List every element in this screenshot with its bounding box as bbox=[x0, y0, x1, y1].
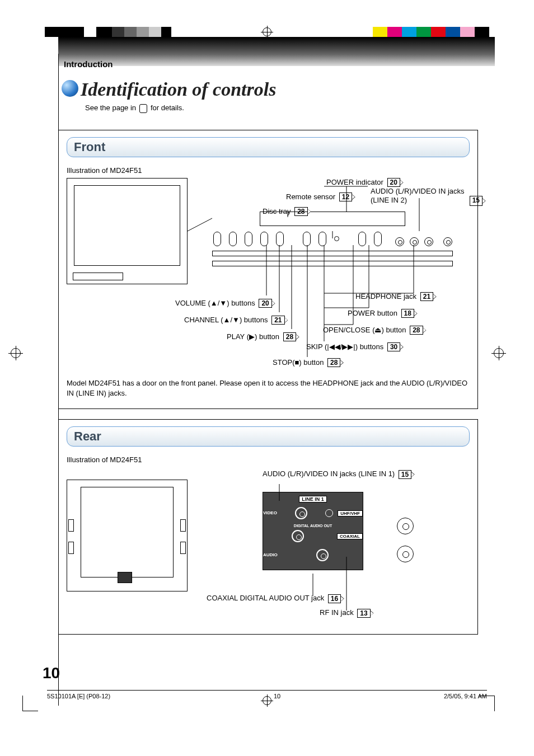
label-line-in: LINE IN 1 bbox=[299, 496, 327, 503]
footer-left: 5S10101A [E] (P08-12) bbox=[47, 693, 110, 701]
callout-rear-audio-in: AUDIO (L/R)/VIDEO IN jacks (LINE IN 1) 1… bbox=[263, 469, 411, 479]
title-bullet-icon bbox=[62, 80, 78, 97]
svg-line-0 bbox=[188, 218, 212, 231]
registration-mark-top bbox=[261, 26, 273, 38]
front-heading: Front bbox=[67, 137, 470, 157]
rf-jack-illustration bbox=[397, 518, 414, 534]
page-title: Identification of controls bbox=[62, 79, 276, 100]
front-control-cluster bbox=[212, 212, 453, 266]
title-subtitle: See the page in for details. bbox=[85, 104, 478, 113]
tv-rear-illustration bbox=[67, 480, 188, 591]
page-ref-icon bbox=[139, 104, 148, 113]
front-buttons-row bbox=[212, 232, 453, 246]
front-panel: Front Illustration of MD24F51 bbox=[58, 130, 478, 409]
registration-bars bbox=[45, 27, 523, 38]
grayscale-bar bbox=[45, 27, 171, 37]
callout-audio-in: AUDIO (L/R)/VIDEO IN jacks (LINE IN 2) 1… bbox=[371, 187, 470, 206]
callout-stop: STOP(■) button 28 bbox=[273, 358, 340, 368]
callout-power-indicator: POWER indicator 20 bbox=[326, 178, 400, 187]
callout-channel: CHANNEL (▲/▼) buttons 21 bbox=[184, 316, 285, 325]
registration-mark-right bbox=[491, 346, 506, 360]
registration-mark-bottom bbox=[261, 694, 273, 707]
front-note: Model MD24F51 has a door on the front pa… bbox=[67, 378, 470, 398]
front-diagram: POWER indicator 20 Remote sensor 12 AUDI… bbox=[67, 178, 470, 368]
crop-mark-br bbox=[479, 696, 495, 711]
callout-remote-sensor: Remote sensor 12 bbox=[286, 192, 352, 202]
rear-diagram: LINE IN 1 VIDEO UHF/VHF DIGITAL AUDIO OU… bbox=[67, 467, 470, 624]
callout-coax-out: COAXIAL DIGITAL AUDIO OUT jack 16 bbox=[207, 594, 341, 603]
rear-illustration-label: Illustration of MD24F51 bbox=[67, 456, 470, 464]
callout-play: PLAY (▶) button 28 bbox=[227, 332, 296, 342]
callout-disc-tray: Disc tray 28 bbox=[263, 207, 308, 217]
rear-connector-panel: LINE IN 1 VIDEO UHF/VHF DIGITAL AUDIO OU… bbox=[263, 492, 363, 570]
rear-panel: Rear Illustration of MD24F51 LINE IN 1 V… bbox=[58, 419, 478, 635]
section-label: Introduction bbox=[58, 54, 478, 74]
callout-volume: VOLUME (▲/▼) buttons 20 bbox=[175, 299, 272, 308]
callout-open-close: OPEN/CLOSE (⏏) button 28 bbox=[323, 326, 423, 335]
front-illustration-label: Illustration of MD24F51 bbox=[67, 166, 470, 175]
crop-mark-bl bbox=[22, 696, 38, 711]
callout-power-button: POWER button 18 bbox=[348, 309, 414, 318]
title-text: Identification of controls bbox=[81, 79, 276, 100]
color-bar bbox=[373, 27, 489, 37]
footer-center: 10 bbox=[274, 693, 280, 701]
callout-headphone: HEADPHONE jack 21 bbox=[355, 292, 433, 302]
tv-front-illustration bbox=[67, 178, 188, 284]
callout-rf-in: RF IN jack 13 bbox=[320, 608, 371, 618]
page-number: 10 bbox=[43, 664, 60, 682]
rear-heading: Rear bbox=[67, 426, 470, 447]
callout-skip: SKIP (|◀◀/▶▶|) buttons 30 bbox=[306, 342, 400, 352]
page-content: Introduction Identification of controls … bbox=[58, 54, 478, 672]
registration-mark-left bbox=[8, 346, 23, 360]
